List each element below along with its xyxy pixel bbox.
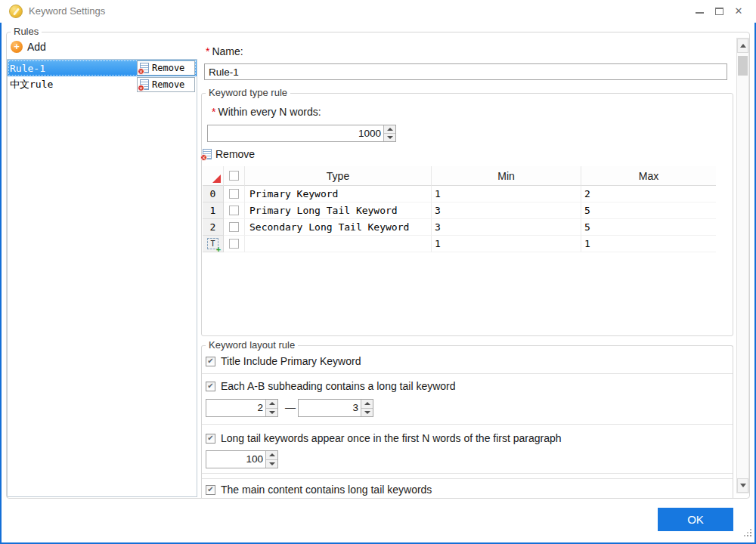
spin-down-button[interactable] [384, 134, 395, 141]
table-corner-header[interactable] [203, 166, 224, 186]
new-row-plus-icon: + [216, 245, 221, 253]
min-cell[interactable]: 1 [432, 236, 581, 252]
column-header-type[interactable]: Type [245, 166, 432, 186]
row-header[interactable]: 0 [203, 186, 224, 202]
min-cell[interactable]: 1 [432, 186, 581, 202]
first-paragraph-n-spinner: 100 [206, 450, 278, 468]
keyword-type-rule-label: Keyword type rule [206, 88, 290, 98]
max-cell[interactable]: 2 [581, 186, 716, 202]
spin-up-icon [269, 453, 275, 456]
table-remove-label: Remove [215, 148, 255, 160]
separator [202, 424, 733, 425]
scroll-up-button[interactable] [737, 39, 748, 53]
n-words-spinner: 1000 [207, 125, 396, 142]
select-all-header[interactable] [224, 166, 245, 186]
max-cell[interactable]: 5 [581, 202, 716, 219]
vertical-scrollbar[interactable] [736, 38, 749, 493]
max-cell[interactable]: 5 [581, 219, 716, 236]
add-button-label: Add [27, 41, 46, 53]
maximize-button[interactable] [709, 0, 729, 23]
keyword-layout-rule-groupbox [201, 345, 733, 499]
resize-grip[interactable] [744, 529, 745, 530]
remove-rule-button[interactable]: ✕ Remove [137, 77, 195, 92]
subheading-max-input[interactable]: 3 [299, 400, 361, 416]
type-cell[interactable]: Primary Keyword [245, 186, 432, 202]
min-cell[interactable]: 3 [432, 202, 581, 219]
ok-button[interactable]: OK [658, 508, 733, 531]
rule-list-item-selected[interactable]: Rule-1 ✕ Remove [8, 60, 197, 76]
row-header[interactable]: 2 [203, 219, 224, 236]
checkbox-checked-icon[interactable]: ✔ [206, 485, 215, 495]
rule-list-item[interactable]: 中文rule ✕ Remove [8, 76, 197, 93]
first-paragraph-n-input[interactable]: 100 [206, 451, 265, 468]
row-select-cell [224, 236, 245, 252]
table-remove-button[interactable]: ✕ Remove [203, 148, 255, 160]
type-cell[interactable]: Secondary Long Tail Keyword [245, 219, 432, 236]
row-checkbox[interactable] [229, 239, 239, 249]
scrollbar-thumb[interactable] [738, 56, 748, 76]
spinner-buttons [361, 400, 373, 416]
spin-down-icon [269, 462, 275, 465]
close-button[interactable]: ✕ [729, 0, 748, 23]
name-label: *Name: [206, 45, 243, 57]
name-input[interactable] [204, 63, 727, 80]
app-icon [9, 5, 23, 18]
subheading-checkbox-row[interactable]: ✔ Each A-B subheading contains a long ta… [206, 380, 456, 392]
column-header-max[interactable]: Max [581, 166, 716, 186]
spin-down-button[interactable] [266, 460, 277, 468]
row-checkbox[interactable] [229, 206, 239, 215]
new-row-icon: T+ [207, 238, 218, 249]
checkbox-checked-icon[interactable]: ✔ [206, 382, 215, 391]
title-include-checkbox-row[interactable]: ✔ Title Include Primary Keyword [206, 355, 361, 367]
keyword-settings-window: Keyword Settings ✕ Rules + Add Rule-1 ✕ … [0, 0, 756, 544]
add-rule-button[interactable]: + Add [11, 39, 46, 54]
max-cell[interactable]: 1 [581, 236, 716, 252]
spin-up-icon [387, 128, 393, 131]
required-marker: * [206, 45, 209, 57]
subheading-min-input[interactable]: 2 [206, 400, 265, 416]
minimize-button[interactable] [689, 0, 709, 23]
spin-down-button[interactable] [266, 409, 277, 417]
keyword-type-table: Type Min Max 0 Primary Keyword 1 2 1 Pri… [203, 166, 716, 252]
row-select-cell [224, 186, 245, 202]
spin-up-button[interactable] [361, 400, 373, 409]
rule-name: Rule-1 [10, 63, 45, 74]
row-checkbox[interactable] [229, 222, 239, 232]
spin-down-button[interactable] [361, 409, 373, 417]
select-all-checkbox[interactable] [229, 171, 239, 181]
type-cell[interactable]: Primary Long Tail Keyword [245, 202, 432, 219]
sort-triangle-icon [212, 175, 221, 183]
spin-up-button[interactable] [384, 125, 395, 134]
checkbox-checked-icon[interactable]: ✔ [206, 434, 215, 444]
required-marker: * [212, 106, 215, 118]
spinner-buttons [265, 400, 277, 416]
remove-icon: ✕ [140, 79, 149, 90]
spin-up-button[interactable] [266, 451, 277, 460]
n-words-input[interactable]: 1000 [208, 125, 383, 141]
n-words-label: *Within every N words: [212, 106, 321, 118]
type-cell[interactable] [245, 236, 432, 252]
new-row-header[interactable]: T+ [203, 236, 224, 252]
add-icon: + [11, 41, 23, 53]
rules-list: Rule-1 ✕ Remove 中文rule ✕ Remove [7, 59, 197, 497]
first-paragraph-checkbox-row[interactable]: ✔ Long tail keywords appear once in the … [206, 432, 562, 444]
scroll-down-button[interactable] [737, 478, 748, 493]
scroll-down-icon [740, 484, 746, 487]
row-checkbox[interactable] [229, 189, 239, 199]
spin-down-icon [364, 411, 370, 414]
row-header[interactable]: 1 [203, 202, 224, 219]
checkbox-checked-icon[interactable]: ✔ [206, 357, 215, 366]
column-header-min[interactable]: Min [432, 166, 581, 186]
remove-rule-button[interactable]: ✕ Remove [137, 60, 195, 76]
window-controls: ✕ [689, 0, 748, 23]
separator [202, 478, 733, 479]
spinner-buttons [265, 451, 277, 468]
spin-up-button[interactable] [266, 400, 277, 409]
spin-down-icon [387, 136, 393, 139]
min-cell[interactable]: 3 [432, 219, 581, 236]
maximize-icon [715, 8, 723, 15]
n-words-label-text: Within every N words: [218, 106, 321, 118]
rule-name: 中文rule [10, 78, 53, 91]
window-title: Keyword Settings [29, 0, 105, 23]
main-content-checkbox-row[interactable]: ✔ The main content contains long tail ke… [206, 484, 432, 496]
